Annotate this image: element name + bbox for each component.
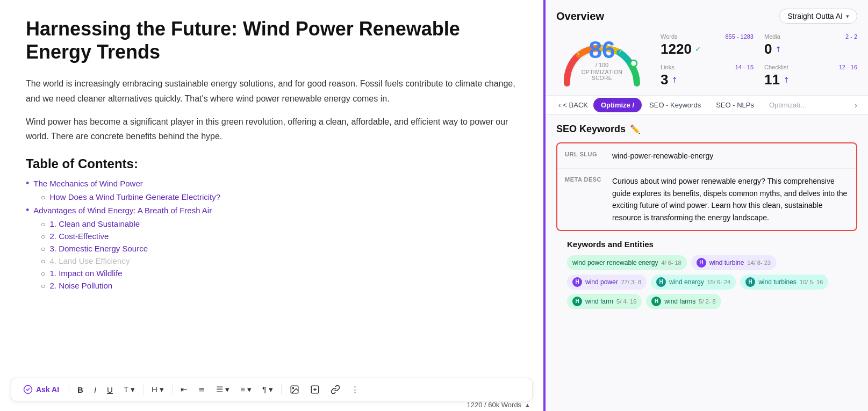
toolbar-divider-1: [69, 384, 69, 395]
meta-desc-row: META DESC Curious about wind power renew…: [557, 169, 856, 230]
links-range: 14 - 15: [735, 64, 754, 70]
url-slug-value: wind-power-renewable-energy: [612, 150, 713, 162]
edit-icon[interactable]: ✏️: [630, 124, 641, 134]
toc-link-turbine[interactable]: How Does a Wind Turbine Generate Electri…: [49, 192, 220, 201]
overview-title: Overview: [556, 10, 604, 23]
stat-media: Media 2 - 2 0 ↗: [764, 33, 857, 57]
keywords-section: Keywords and Entities wind power renewab…: [556, 240, 857, 318]
stat-checklist: Checklist 12 - 16 11 ↗: [764, 64, 857, 88]
add-block-button[interactable]: [307, 383, 322, 396]
toc-heading: Table of Contents:: [26, 156, 518, 171]
keyword-counts: 27/ 3- 8: [621, 279, 641, 285]
h-badge-purple: H: [697, 258, 706, 268]
toolbar-divider-3: [172, 384, 173, 395]
keyword-counts: 5/ 2- 8: [699, 298, 715, 305]
words-value: 1220: [661, 41, 692, 57]
checklist-value: 11: [764, 71, 780, 88]
gauge-number: 86: [579, 38, 625, 62]
keywords-grid: wind power renewable energy 4/ 6- 18 H w…: [567, 255, 847, 309]
keyword-tag-wind-power[interactable]: H wind power 27/ 3- 8: [567, 275, 647, 290]
text-format-button[interactable]: T ▾: [121, 383, 138, 396]
url-slug-label: URL SLUG: [565, 150, 604, 162]
tab-optimize[interactable]: Optimize /: [593, 98, 642, 112]
tabs-bar: ‹ < BACK Optimize / SEO - Keywords SEO -…: [546, 95, 868, 115]
stat-words: Words 855 - 1283 1220 ✓: [661, 33, 754, 57]
heading-button[interactable]: H ▾: [149, 383, 167, 396]
add-block-icon: [310, 385, 320, 394]
align-center-button[interactable]: ≣: [196, 383, 208, 396]
tabs-next-button[interactable]: ›: [851, 98, 860, 112]
tab-seo-nlps[interactable]: SEO - NLPs: [708, 98, 762, 112]
word-count-value: 1220 / 60k Words: [467, 401, 521, 409]
keyword-text: wind power: [585, 278, 618, 286]
keyword-text: wind turbine: [709, 259, 744, 266]
toc-link-cost[interactable]: 2. Cost-Effective: [49, 232, 109, 241]
keyword-text: wind farms: [664, 298, 695, 305]
words-label: Words: [661, 33, 678, 40]
toc-link-mechanics[interactable]: The Mechanics of Wind Power: [33, 179, 142, 188]
keywords-title: Keywords and Entities: [567, 240, 847, 249]
links-value: 3: [661, 71, 668, 88]
keyword-tag-wind-farm[interactable]: H wind farm 5/ 4- 16: [567, 294, 642, 309]
keyword-text: wind farm: [585, 298, 613, 305]
toc-sub-wildlife: 1. Impact on Wildlife: [26, 269, 518, 278]
toc-main-item: The Mechanics of Wind Power: [26, 178, 518, 189]
stat-links: Links 14 - 15 3 ↗: [661, 64, 754, 88]
word-count-chevron[interactable]: ▲: [525, 402, 530, 408]
checklist-range: 12 - 16: [839, 64, 857, 70]
keyword-tag-wind-power-renewable[interactable]: wind power renewable energy 4/ 6- 18: [567, 255, 687, 270]
more-options-button[interactable]: ⋮: [348, 383, 362, 396]
toc-link-land[interactable]: 4. Land Use Efficiency: [49, 256, 130, 265]
media-label: Media: [764, 33, 780, 40]
toc-link-wildlife[interactable]: 1. Impact on Wildlife: [49, 269, 122, 278]
article-intro-2: Wind power has become a significant play…: [26, 114, 518, 143]
toolbar-divider-4: [281, 384, 282, 395]
words-check-icon: ✓: [695, 45, 701, 53]
italic-button[interactable]: I: [91, 383, 99, 396]
overview-header: Overview Straight Outta AI ▾: [546, 0, 868, 28]
article-title: Harnessing the Future: Wind Power Renewa…: [26, 17, 518, 63]
template-dropdown[interactable]: Straight Outta AI ▾: [779, 9, 857, 24]
ask-ai-button[interactable]: Ask AI: [19, 383, 63, 396]
article-intro-1: The world is increasingly embracing sust…: [26, 76, 518, 105]
toc-link-domestic[interactable]: 3. Domestic Energy Source: [49, 244, 148, 253]
checklist-arrow-icon: ↗: [781, 74, 792, 85]
ordered-list-button[interactable]: ☰ ▾: [213, 383, 232, 396]
image-button[interactable]: [287, 383, 302, 396]
align-left-button[interactable]: ⇤: [178, 383, 190, 396]
h-badge-teal-2: H: [745, 277, 755, 287]
toc-link-clean[interactable]: 1. Clean and Sustainable: [49, 219, 140, 228]
links-label: Links: [661, 64, 675, 70]
score-section: 86 / 100 OPTIMIZATION SCORE Words 855 - …: [546, 28, 868, 95]
tab-back-button[interactable]: ‹ < BACK: [553, 98, 593, 112]
stats-grid: Words 855 - 1283 1220 ✓ Media 2 - 2 0 ↗: [661, 33, 857, 88]
keyword-tag-wind-turbine[interactable]: H wind turbine 14/ 8- 23: [691, 255, 776, 270]
media-value: 0: [764, 41, 772, 57]
bold-button[interactable]: B: [75, 383, 86, 396]
keyword-tag-wind-turbines[interactable]: H wind turbines 10/ 5- 16: [740, 275, 828, 290]
gauge-needle: [630, 60, 637, 67]
words-range: 855 - 1283: [725, 33, 754, 40]
svg-point-2: [293, 387, 294, 388]
tab-optimization[interactable]: Optimizati…: [762, 98, 815, 112]
keyword-tag-wind-farms[interactable]: H wind farms 5/ 2- 8: [646, 294, 721, 309]
keyword-text: wind energy: [669, 278, 704, 286]
optimization-score-label: OPTIMIZATION SCORE: [579, 69, 625, 81]
underline-button[interactable]: U: [104, 383, 116, 396]
toc-link-advantages[interactable]: Advantages of Wind Energy: A Breath of F…: [33, 206, 212, 215]
keyword-counts: 14/ 8- 23: [747, 259, 770, 266]
paragraph-button[interactable]: ¶ ▾: [260, 383, 276, 396]
h-badge-teal: H: [656, 277, 666, 287]
toc-link-noise[interactable]: 2. Noise Pollution: [49, 281, 112, 290]
toc-sub-clean: 1. Clean and Sustainable: [26, 219, 518, 228]
template-name: Straight Outta AI: [787, 12, 843, 20]
tab-seo-keywords[interactable]: SEO - Keywords: [642, 98, 708, 112]
link-button[interactable]: [328, 383, 343, 396]
link-icon: [331, 385, 340, 394]
keyword-counts: 5/ 4- 16: [616, 298, 636, 305]
media-arrow-icon: ↗: [773, 44, 784, 54]
unordered-list-button[interactable]: ≡ ▾: [238, 383, 254, 396]
keyword-counts: 4/ 6- 18: [661, 259, 681, 266]
keyword-tag-wind-energy[interactable]: H wind energy 15/ 6- 24: [651, 275, 736, 290]
editor-toolbar: Ask AI B I U T ▾ H ▾ ⇤ ≣ ☰ ▾ ≡ ▾ ¶ ▾ ⋮: [11, 378, 533, 401]
